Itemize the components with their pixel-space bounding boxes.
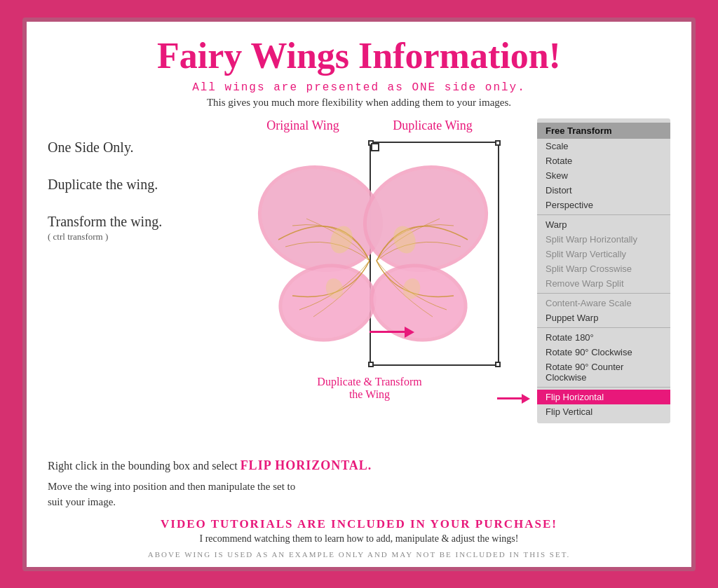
main-container: Fairy Wings Information! All wings are p… bbox=[22, 18, 696, 571]
menu-item-distort[interactable]: Distort bbox=[537, 183, 670, 198]
menu-separator-sep2 bbox=[537, 293, 670, 294]
menu-separator-sep4 bbox=[537, 387, 670, 388]
duplicate-arrow bbox=[370, 327, 414, 338]
arrow-line bbox=[370, 331, 405, 333]
label-transform: Transform the wing. ( ctrl transform ) bbox=[48, 214, 202, 242]
menu-item-perspective[interactable]: Perspective bbox=[537, 198, 670, 212]
menu-item-split-warp-h: Split Warp Horizontally bbox=[537, 232, 670, 247]
label-duplicate: Duplicate the wing. bbox=[48, 177, 202, 193]
original-wing-label: Original Wing bbox=[266, 118, 339, 133]
menu-item-warp[interactable]: Warp bbox=[537, 217, 670, 232]
video-sub: I recommend watching them to learn how t… bbox=[48, 533, 670, 545]
menu-item-flip-h[interactable]: Flip Horizontal bbox=[537, 390, 670, 404]
menu-item-rotate90ccw[interactable]: Rotate 90° Counter Clockwise bbox=[537, 360, 670, 385]
label-one-side: One Side Only. bbox=[48, 139, 202, 156]
flip-horizontal-highlight: FLIP HORIZONTAL. bbox=[241, 458, 372, 472]
menu-arrow bbox=[497, 394, 530, 404]
subtitle-main: All wings are presented as ONE side only… bbox=[48, 81, 670, 94]
menu-item-rotate[interactable]: Rotate bbox=[537, 153, 670, 168]
menu-separator-sep1 bbox=[537, 214, 670, 215]
menu-item-rotate90cw[interactable]: Rotate 90° Clockwise bbox=[537, 345, 670, 360]
svg-point-7 bbox=[355, 156, 496, 281]
main-area: One Side Only. Duplicate the wing. Trans… bbox=[48, 118, 670, 423]
menu-item-content-aware: Content-Aware Scale bbox=[537, 296, 670, 310]
menu-arrow-head bbox=[522, 394, 530, 404]
left-column: One Side Only. Duplicate the wing. Trans… bbox=[48, 118, 202, 423]
menu-item-scale[interactable]: Scale bbox=[537, 139, 670, 153]
subtitle-sub: This gives you much more flexibility whe… bbox=[48, 97, 670, 109]
menu-arrow-line bbox=[497, 397, 522, 399]
right-click-text: Right click in the bounding box and sele… bbox=[48, 458, 670, 473]
menu-item-remove-warp: Remove Warp Split bbox=[537, 276, 670, 291]
bottom-text-area: Right click in the bounding box and sele… bbox=[48, 458, 670, 559]
duplicate-transform-label: Duplicate & Transformthe Wing bbox=[317, 376, 421, 401]
wing-container: Duplicate & Transformthe Wing bbox=[240, 142, 499, 380]
center-column: Original Wing Duplicate Wing bbox=[209, 118, 530, 423]
svg-point-3 bbox=[276, 260, 378, 345]
page-title: Fairy Wings Information! bbox=[48, 36, 670, 76]
menu-separator-sep3 bbox=[537, 327, 670, 328]
menu-item-skew[interactable]: Skew bbox=[537, 168, 670, 183]
menu-item-rotate180[interactable]: Rotate 180° bbox=[537, 330, 670, 345]
move-text: Move the wing into position and then man… bbox=[48, 479, 670, 510]
context-menu: Free TransformScaleRotateSkewDistortPers… bbox=[537, 118, 670, 423]
duplicate-wing-label: Duplicate Wing bbox=[393, 118, 472, 133]
menu-item-puppet-warp[interactable]: Puppet Warp bbox=[537, 310, 670, 325]
menu-item-split-warp-c: Split Warp Crosswise bbox=[537, 261, 670, 276]
menu-item-split-warp-v: Split Warp Vertically bbox=[537, 247, 670, 261]
footer-text: ABOVE WING IS USED AS AN EXAMPLE ONLY AN… bbox=[48, 550, 670, 559]
menu-items-list: Free TransformScaleRotateSkewDistortPers… bbox=[537, 123, 670, 419]
menu-item-free-transform: Free Transform bbox=[537, 123, 670, 139]
video-text: VIDEO TUTORIALS ARE INCLUDED IN YOUR PUR… bbox=[48, 517, 670, 531]
arrow-head bbox=[405, 327, 414, 338]
menu-item-flip-v[interactable]: Flip Vertical bbox=[537, 404, 670, 419]
wing-labels-row: Original Wing Duplicate Wing bbox=[240, 118, 499, 133]
